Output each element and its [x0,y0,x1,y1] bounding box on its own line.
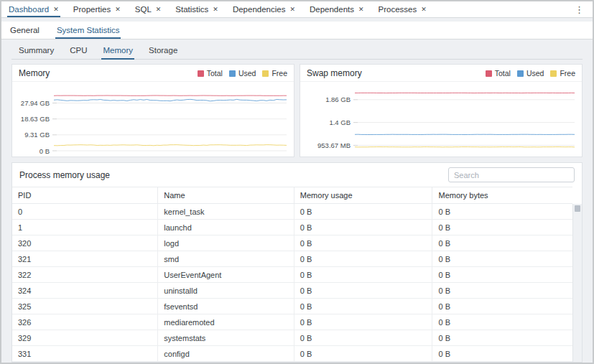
table-row[interactable]: 0kernel_task0 B0 B [12,204,572,220]
table-row[interactable]: 326mediaremoted0 B0 B [12,314,572,330]
table-row[interactable]: 325fseventsd0 B0 B [12,299,572,314]
cell-pid: 331 [12,346,158,362]
cell-memory-usage: 0 B [294,267,432,283]
legend-swatch-used [229,70,236,77]
legend-label: Used [238,69,256,78]
chart-plot-area: 27.94 GB18.63 GB9.31 GB0 B [12,82,294,157]
statistics-tab-bar: SummaryCPUMemoryStorage [11,42,583,60]
legend-swatch-total [198,70,204,77]
table-row[interactable]: 324uninstalld0 B0 B [12,283,572,299]
legend-item-used: Used [517,69,544,78]
chart-legend: TotalUsedFree [198,69,287,78]
table-row[interactable]: 331configd0 B0 B [12,346,572,362]
close-icon[interactable]: ✕ [358,6,364,13]
cell-memory-bytes: 0 B [432,314,572,330]
series-line-free [54,145,287,146]
cell-memory-bytes: 0 B [432,251,572,267]
content-area: SummaryCPUMemoryStorage MemoryTotalUsedF… [1,39,593,363]
table-row[interactable]: 322UserEventAgent0 B0 B [12,267,572,283]
cell-memory-usage: 0 B [294,330,432,346]
legend-label: Total [207,69,223,78]
chart-panel-header: Swap memoryTotalUsedFree [300,65,582,82]
tab-processes[interactable]: Processes✕ [379,1,427,17]
cell-name: smd [158,251,294,267]
cell-pid: 322 [12,267,158,283]
chart-legend: TotalUsedFree [486,69,575,78]
tab-dashboard[interactable]: Dashboard✕ [9,1,59,17]
tab-label: Dependents [310,5,354,14]
legend-swatch-free [262,70,269,77]
close-icon[interactable]: ✕ [53,6,59,13]
table-row[interactable]: 329systemstats0 B0 B [12,330,572,346]
cell-name: uninstalld [158,283,294,299]
close-icon[interactable]: ✕ [156,6,162,13]
cell-name: configd [158,346,294,362]
search-input[interactable] [448,167,575,182]
tab-label: Dashboard [9,5,49,14]
table-row[interactable]: 1launchd0 B0 B [12,220,572,235]
cell-name: launchd [158,220,294,235]
cell-memory-bytes: 0 B [432,235,572,251]
legend-label: Free [560,69,575,78]
tab-memory[interactable]: Memory [101,42,134,59]
cell-pid: 1 [12,220,158,235]
dashboard-tab-bar: GeneralSystem Statistics [1,22,593,39]
series-line-used [54,99,287,101]
tab-system-statistics[interactable]: System Statistics [55,22,121,39]
legend-label: Total [495,69,511,78]
close-icon[interactable]: ✕ [421,6,427,13]
table-row[interactable]: 321smd0 B0 B [12,251,572,267]
tab-properties[interactable]: Properties✕ [73,1,121,17]
tab-general[interactable]: General [9,22,41,39]
y-axis-label: 953.67 MB [317,141,351,149]
chart-plot-area: 1.86 GB1.4 GB953.67 MB [300,82,582,157]
column-header-memory-usage[interactable]: Memory usage [294,187,432,204]
legend-label: Free [272,69,287,78]
tab-dependents[interactable]: Dependents✕ [310,1,364,17]
tab-label: Dependencies [233,5,286,14]
chart-svg-memory: 27.94 GB18.63 GB9.31 GB0 B [12,82,294,157]
tab-cpu[interactable]: CPU [68,42,88,59]
column-header-memory-bytes[interactable]: Memory bytes [432,187,572,204]
table-row[interactable]: 320logd0 B0 B [12,235,572,251]
cell-pid: 321 [12,251,158,267]
table-header-row: PIDNameMemory usageMemory bytes [12,187,572,204]
close-icon[interactable]: ✕ [213,6,218,13]
cell-pid: 325 [12,299,158,314]
tab-sql[interactable]: SQL✕ [135,1,162,17]
y-axis-label: 9.31 GB [24,131,50,139]
cell-memory-usage: 0 B [294,204,432,220]
cell-memory-bytes: 0 B [432,267,572,283]
cell-memory-bytes: 0 B [432,299,572,314]
tab-label: Statistics [175,5,208,14]
cell-pid: 326 [12,314,158,330]
process-memory-title: Process memory usage [19,170,110,180]
table-scrollbar[interactable] [572,204,582,362]
cell-pid: 0 [12,204,158,220]
close-icon[interactable]: ✕ [115,6,121,13]
chart-panel-memory: MemoryTotalUsedFree27.94 GB18.63 GB9.31 … [11,64,294,157]
legend-item-total: Total [486,69,511,78]
tab-storage[interactable]: Storage [147,42,179,59]
cell-name: logd [158,235,294,251]
tab-summary[interactable]: Summary [17,42,55,59]
pgadmin-dashboard-window: Dashboard✕Properties✕SQL✕Statistics✕Depe… [0,0,594,364]
cell-memory-bytes: 0 B [432,204,572,220]
cell-name: systemstats [158,330,294,346]
cell-memory-usage: 0 B [294,235,432,251]
close-icon[interactable]: ✕ [289,6,295,13]
cell-name: mediaremoted [158,314,294,330]
chart-panel-header: MemoryTotalUsedFree [12,65,294,82]
column-header-pid[interactable]: PID [12,187,158,204]
column-header-name[interactable]: Name [158,187,294,204]
legend-swatch-total [486,70,492,77]
legend-item-total: Total [198,69,223,78]
legend-swatch-free [550,70,557,77]
process-table: PIDNameMemory usageMemory bytes 0kernel_… [12,187,572,362]
table-scrollbar-thumb[interactable] [575,205,580,212]
kebab-menu-icon[interactable]: ⋮ [573,5,585,14]
tab-statistics[interactable]: Statistics✕ [175,1,218,17]
tab-dependencies[interactable]: Dependencies✕ [233,1,295,17]
charts-row: MemoryTotalUsedFree27.94 GB18.63 GB9.31 … [11,64,583,157]
cell-pid: 329 [12,330,158,346]
